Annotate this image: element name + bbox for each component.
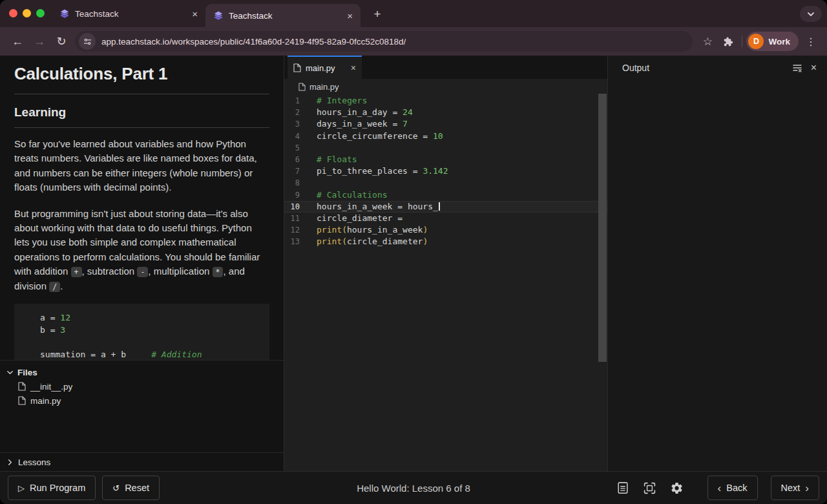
code-line[interactable]: 8 (284, 177, 607, 189)
output-title: Output (622, 63, 649, 73)
code-line[interactable]: 11circle_diameter = (284, 213, 607, 224)
output-panel: Output × (607, 56, 827, 471)
chevron-left-icon: ‹ (718, 483, 722, 494)
line-number: 3 (284, 118, 300, 130)
site-info-button[interactable] (79, 33, 96, 50)
file-icon (293, 63, 301, 72)
chevron-down-icon (6, 369, 14, 376)
files-tree-header[interactable]: Files (6, 365, 277, 379)
line-number: 7 (284, 165, 300, 177)
chevron-down-icon (807, 10, 815, 18)
profile-name: Work (768, 37, 790, 47)
next-label: Next (781, 483, 801, 493)
editor-scrollbar-thumb[interactable] (598, 94, 607, 362)
forward-icon[interactable]: → (28, 30, 50, 52)
code-line: a = 12 (23, 311, 260, 324)
file-item-main[interactable]: main.py (6, 394, 277, 408)
minimize-window-button[interactable] (23, 9, 31, 17)
line-number: 13 (284, 236, 300, 247)
tab-close-icon[interactable]: × (347, 11, 353, 21)
output-close-icon[interactable]: × (811, 63, 817, 73)
editor-panel: main.py × main.py 1# Integers2hours_in_a… (284, 56, 607, 471)
editor-tab-mainpy[interactable]: main.py × (288, 56, 362, 79)
code-line[interactable]: 2hours_in_a_day = 24 (284, 107, 607, 118)
zoom-window-button[interactable] (36, 9, 45, 17)
reset-button[interactable]: ↺ Reset (102, 476, 160, 500)
line-number: 4 (284, 131, 300, 142)
run-label: Run Program (30, 483, 85, 493)
lesson-paragraph-1: So far you've learned about variables an… (14, 137, 269, 195)
paragraph-text: . (60, 280, 63, 291)
code-line[interactable]: 12print(hours_in_a_week) (284, 224, 607, 236)
tune-icon (83, 37, 92, 46)
code-line[interactable]: 7pi_to_three_places = 3.142 (284, 165, 607, 177)
url-text[interactable]: app.teachstack.io/workspaces/public/41f6… (101, 37, 406, 47)
paragraph-text: , subtraction (82, 266, 138, 277)
browser-window: Teachstack × Teachstack × + ← → ↻ (0, 0, 827, 504)
chevron-right-icon: › (805, 483, 809, 494)
files-header-label: Files (17, 368, 37, 377)
teachstack-favicon (59, 8, 70, 19)
output-header: Output × (608, 56, 827, 73)
code-line[interactable]: 6# Floats (284, 154, 607, 165)
reset-icon: ↺ (112, 483, 120, 493)
file-name: main.py (30, 396, 61, 406)
close-window-button[interactable] (9, 9, 17, 17)
tab-close-icon[interactable]: × (192, 9, 198, 19)
editor-tab-label: main.py (306, 63, 335, 73)
new-tab-button[interactable]: + (370, 6, 385, 22)
code-line[interactable]: 9# Calculations (284, 189, 607, 201)
profile-chip[interactable]: D Work (746, 32, 799, 51)
lesson-content: Calculations, Part 1 Learning So far you… (0, 56, 284, 360)
lessons-header-label: Lessons (18, 457, 50, 467)
code-line[interactable]: 3days_in_a_week = 7 (284, 118, 607, 130)
code-line[interactable]: 13print(circle_diameter) (284, 236, 607, 247)
fullscreen-icon[interactable] (643, 481, 656, 495)
avatar: D (748, 34, 764, 49)
line-number: 2 (284, 107, 300, 118)
file-icon (18, 396, 26, 405)
reload-icon[interactable]: ↻ (50, 30, 72, 52)
url-bar[interactable]: app.teachstack.io/workspaces/public/41f6… (75, 31, 693, 52)
line-number: 9 (284, 189, 300, 201)
teachstack-favicon (213, 10, 224, 21)
run-program-button[interactable]: ▷ Run Program (8, 476, 96, 500)
code-line[interactable]: 10hours_in_a_week = hours_ (284, 201, 607, 213)
browser-tab-strip: Teachstack × Teachstack × + (0, 0, 827, 27)
file-item-init[interactable]: __init__.py (6, 379, 277, 394)
clear-output-icon[interactable] (792, 63, 802, 73)
code-editor[interactable]: 1# Integers2hours_in_a_day = 243days_in_… (284, 94, 607, 471)
editor-tab-strip: main.py × (284, 56, 607, 79)
code-line[interactable]: 5 (284, 142, 607, 154)
tab-title: Teachstack (75, 9, 119, 19)
lessons-tree-header[interactable]: Lessons (0, 452, 284, 471)
breadcrumb-file-label: main.py (309, 82, 339, 92)
file-icon (298, 83, 306, 91)
code-line[interactable]: 4circle_circumference = 10 (284, 131, 607, 142)
notes-icon[interactable] (616, 481, 629, 495)
tab-search-button[interactable] (800, 6, 822, 22)
bookmark-star-icon[interactable]: ☆ (698, 32, 717, 51)
files-section: Files __init__.py main.py (0, 360, 284, 452)
settings-gear-icon[interactable] (670, 481, 684, 495)
back-label: Back (726, 483, 747, 493)
addition-operator-chip: + (71, 267, 82, 277)
back-icon[interactable]: ← (6, 30, 28, 52)
paragraph-text: , multiplication (148, 266, 212, 277)
run-icon: ▷ (18, 483, 25, 493)
browser-tab-2-active[interactable]: Teachstack × (205, 4, 361, 27)
next-button[interactable]: Next › (771, 476, 820, 500)
editor-tab-close-icon[interactable]: × (351, 63, 356, 72)
back-button[interactable]: ‹ Back (707, 476, 758, 500)
lesson-progress-status: Hello World: Lesson 6 of 8 (357, 483, 470, 494)
code-line (23, 336, 260, 348)
divider (14, 94, 269, 94)
code-line[interactable]: 1# Integers (284, 95, 607, 107)
page-title: Calculations, Part 1 (14, 64, 269, 84)
division-operator-chip: / (49, 282, 60, 292)
browser-menu-icon[interactable]: ⋮ (801, 32, 821, 51)
example-code-block: a = 12b = 3summation = a + b # Additiond… (14, 304, 269, 360)
line-number: 11 (284, 213, 300, 224)
extensions-puzzle-icon[interactable] (717, 31, 738, 52)
browser-tab-1[interactable]: Teachstack × (52, 0, 205, 27)
